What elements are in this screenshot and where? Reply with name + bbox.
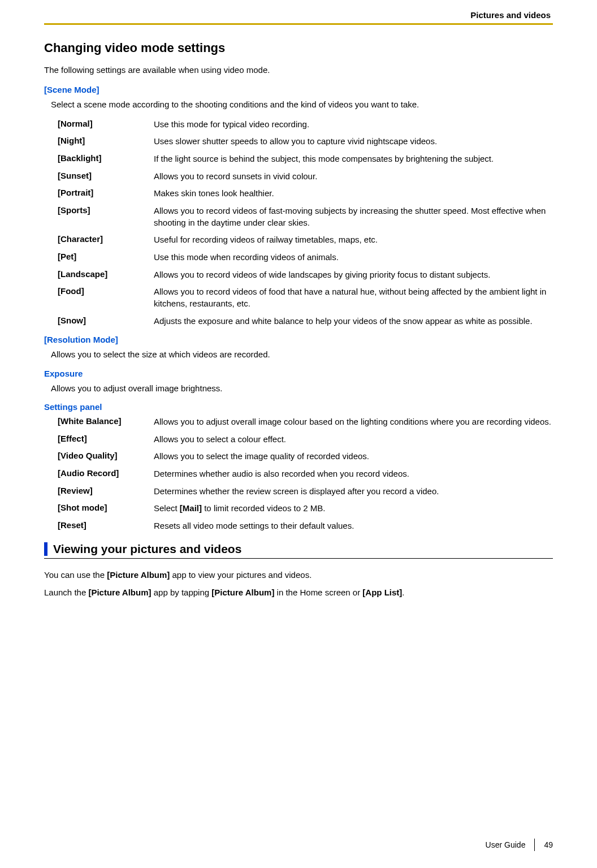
scene-mode-table: [Normal] Use this mode for typical video…	[44, 119, 553, 327]
scene-term: [Normal]	[58, 119, 154, 128]
heading-viewing-pictures: Viewing your pictures and videos	[44, 542, 553, 556]
scene-desc: Allows you to record videos of food that…	[154, 286, 553, 309]
scene-row-food: [Food] Allows you to record videos of fo…	[58, 286, 553, 309]
scene-desc: Allows you to record sunsets in vivid co…	[154, 171, 553, 183]
heading-resolution-mode: [Resolution Mode]	[44, 335, 553, 344]
scene-row-sunset: [Sunset] Allows you to record sunsets in…	[58, 171, 553, 183]
settings-row-effect: [Effect] Allows you to select a colour e…	[58, 434, 553, 446]
scene-desc: Adjusts the exposure and white balance t…	[154, 316, 553, 327]
resolution-mode-desc: Allows you to select the size at which v…	[44, 349, 553, 360]
intro-text: The following settings are available whe…	[44, 64, 553, 76]
scene-desc: Use this mode for typical video recordin…	[154, 119, 553, 131]
section-rule	[44, 558, 553, 559]
scene-desc: Useful for recording videos of railway t…	[154, 234, 553, 246]
scene-row-snow: [Snow] Adjusts the exposure and white ba…	[58, 316, 553, 327]
scene-row-normal: [Normal] Use this mode for typical video…	[58, 119, 553, 131]
settings-row-white-balance: [White Balance] Allows you to adjust ove…	[58, 416, 553, 428]
settings-term: [Audio Record]	[58, 468, 154, 478]
exposure-desc: Allows you to adjust overall image brigh…	[44, 383, 553, 394]
scene-desc: Uses slower shutter speeds to allow you …	[154, 136, 553, 148]
page-header-section: Pictures and videos	[44, 10, 553, 23]
settings-desc: Determines whether the review screen is …	[154, 486, 553, 498]
settings-desc: Allows you to adjust overall image colou…	[154, 416, 553, 428]
settings-desc: Resets all video mode settings to their …	[154, 520, 553, 532]
settings-term: [Video Quality]	[58, 451, 154, 460]
scene-term: [Character]	[58, 234, 154, 244]
settings-panel-table: [White Balance] Allows you to adjust ove…	[44, 416, 553, 532]
scene-desc: Allows you to record videos of wide land…	[154, 269, 553, 281]
scene-row-character: [Character] Useful for recording videos …	[58, 234, 553, 246]
scene-desc: Allows you to record videos of fast-movi…	[154, 205, 553, 228]
scene-row-backlight: [Backlight] If the light source is behin…	[58, 153, 553, 165]
settings-row-shot-mode: [Shot mode] Select [Mail] to limit recor…	[58, 503, 553, 515]
scene-term: [Portrait]	[58, 188, 154, 197]
scene-mode-desc: Select a scene mode according to the sho…	[44, 99, 553, 110]
heading-settings-panel: Settings panel	[44, 402, 553, 412]
viewing-p1: You can use the [Picture Album] app to v…	[44, 569, 553, 581]
scene-term: [Sunset]	[58, 171, 154, 180]
header-rule	[44, 23, 553, 25]
scene-row-night: [Night] Uses slower shutter speeds to al…	[58, 136, 553, 148]
scene-row-landscape: [Landscape] Allows you to record videos …	[58, 269, 553, 281]
scene-desc: Use this mode when recording videos of a…	[154, 252, 553, 264]
settings-row-audio-record: [Audio Record] Determines whether audio …	[58, 468, 553, 480]
settings-desc: Allows you to select a colour effect.	[154, 434, 553, 446]
scene-row-pet: [Pet] Use this mode when recording video…	[58, 252, 553, 264]
scene-term: [Pet]	[58, 252, 154, 261]
footer-label: User Guide	[486, 840, 526, 849]
page-footer: User Guide 49	[486, 839, 553, 851]
footer-page-number: 49	[544, 840, 553, 849]
heading-changing-video-mode: Changing video mode settings	[44, 41, 553, 55]
settings-term: [Shot mode]	[58, 503, 154, 512]
settings-term: [White Balance]	[58, 416, 154, 426]
scene-row-portrait: [Portrait] Makes skin tones look healthi…	[58, 188, 553, 200]
viewing-p2: Launch the [Picture Album] app by tappin…	[44, 586, 553, 598]
settings-row-video-quality: [Video Quality] Allows you to select the…	[58, 451, 553, 463]
footer-divider	[534, 839, 535, 851]
scene-row-sports: [Sports] Allows you to record videos of …	[58, 205, 553, 228]
scene-desc: Makes skin tones look healthier.	[154, 188, 553, 200]
heading-exposure: Exposure	[44, 369, 553, 378]
scene-term: [Night]	[58, 136, 154, 145]
scene-term: [Sports]	[58, 205, 154, 215]
settings-desc: Determines whether audio is also recorde…	[154, 468, 553, 480]
scene-term: [Food]	[58, 286, 154, 296]
settings-term: [Effect]	[58, 434, 154, 443]
settings-row-reset: [Reset] Resets all video mode settings t…	[58, 520, 553, 532]
settings-desc: Select [Mail] to limit recorded videos t…	[154, 503, 553, 515]
scene-term: [Backlight]	[58, 153, 154, 163]
scene-term: [Snow]	[58, 316, 154, 325]
settings-term: [Review]	[58, 486, 154, 495]
settings-desc: Allows you to select the image quality o…	[154, 451, 553, 463]
settings-row-review: [Review] Determines whether the review s…	[58, 486, 553, 498]
settings-term: [Reset]	[58, 520, 154, 530]
heading-scene-mode: [Scene Mode]	[44, 85, 553, 94]
scene-desc: If the light source is behind the subjec…	[154, 153, 553, 165]
scene-term: [Landscape]	[58, 269, 154, 279]
